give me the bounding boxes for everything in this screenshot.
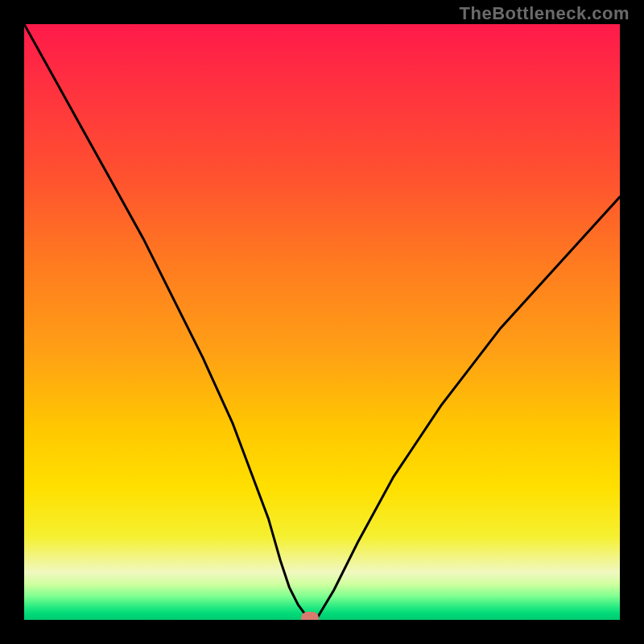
watermark-text: TheBottleneck.com <box>460 3 630 24</box>
plot-area <box>24 24 620 620</box>
curve-svg <box>24 24 620 620</box>
target-marker <box>301 612 319 620</box>
chart-frame: TheBottleneck.com <box>0 0 644 644</box>
bottleneck-curve <box>24 24 620 620</box>
